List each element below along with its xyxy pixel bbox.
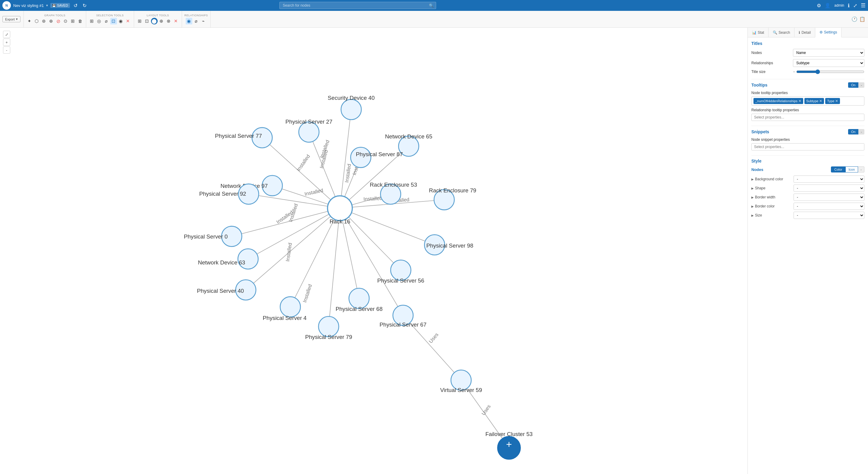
node-snippet-input[interactable]: [751, 143, 864, 150]
layout-tool-1[interactable]: ⊞: [136, 18, 143, 24]
graph-tool-2[interactable]: ⬡: [33, 18, 40, 24]
svg-line-16: [340, 208, 401, 270]
tooltips-toggle: On -: [848, 82, 864, 88]
title-size-label: Title size: [751, 70, 790, 74]
nodes-label: Nodes: [751, 51, 790, 55]
tag-num-hidden-close[interactable]: ✕: [798, 99, 801, 103]
svg-text:Rack Enclosure 53: Rack Enclosure 53: [370, 181, 417, 188]
graph-tools-buttons: ✦ ⬡ ⊛ ⊕ ⊘ ⊙ ⊞ 🗑: [26, 18, 84, 24]
tag-type: Type ✕: [825, 98, 840, 104]
border-width-select[interactable]: -: [794, 194, 864, 201]
rel-tool-1[interactable]: ◉: [186, 18, 192, 24]
tab-settings[interactable]: ⚙ Settings: [815, 28, 841, 37]
icon-button[interactable]: Icon: [846, 167, 858, 173]
graph-tool-3[interactable]: ⊛: [41, 18, 47, 24]
menu-icon[interactable]: ☰: [861, 2, 866, 9]
sel-tool-2[interactable]: ◎: [96, 18, 102, 24]
selection-tools-buttons: ⊞ ◎ ⌀ ⊡ ◉ ✕: [89, 18, 131, 24]
tooltips-header-row: Tooltips On -: [751, 82, 864, 88]
title-size-slider[interactable]: [796, 69, 864, 74]
sel-tool-3[interactable]: ⌀: [103, 18, 110, 24]
svg-text:Installed: Installed: [296, 153, 311, 172]
tab-stat[interactable]: 📊 Stat: [748, 28, 769, 37]
right-panel: 📊 Stat 🔍 Search ℹ Detail ⚙ Settings Titl…: [747, 28, 868, 474]
history-button[interactable]: 🕐: [851, 16, 858, 23]
zoom-in-button[interactable]: +: [3, 38, 10, 46]
color-button[interactable]: Color: [831, 167, 845, 173]
bg-color-row: ▶ Background color -: [751, 176, 864, 183]
svg-text:Physical Server 0: Physical Server 0: [184, 233, 227, 240]
tooltips-on-button[interactable]: On: [848, 82, 859, 88]
sel-tool-6[interactable]: ✕: [125, 18, 131, 24]
border-color-select[interactable]: -: [794, 203, 864, 210]
undo-button[interactable]: ↺: [72, 2, 79, 9]
svg-line-0: [340, 110, 351, 208]
svg-text:Physical Server 92: Physical Server 92: [199, 190, 246, 197]
fullscreen-button[interactable]: ⤢: [3, 31, 10, 38]
node-tooltip-tags: _numOfHiddenRelationships ✕ Subtype ✕ Ty…: [751, 96, 864, 106]
tag-subtype-close[interactable]: ✕: [819, 99, 822, 103]
redo-button[interactable]: ↻: [82, 2, 88, 9]
bg-color-select[interactable]: -: [794, 176, 864, 183]
titles-section: Titles Nodes Name Relationships Subtype …: [751, 41, 864, 74]
nodes-row: Nodes Name: [751, 49, 864, 57]
rel-tooltip-row: Relationship tooltip properties: [751, 108, 864, 121]
selection-tools-section: SELECTION TOOLS ⊞ ◎ ⌀ ⊡ ◉ ✕: [86, 11, 134, 27]
rel-tool-2[interactable]: ⌀: [193, 18, 199, 24]
export-button[interactable]: Export ▾: [2, 16, 21, 22]
graph-tool-6[interactable]: ⊙: [62, 18, 69, 24]
tab-detail[interactable]: ℹ Detail: [795, 28, 815, 37]
nodes-select[interactable]: Name: [793, 49, 864, 57]
expand-icon[interactable]: ⤢: [853, 3, 857, 8]
layout-tool-2[interactable]: ⊡: [144, 18, 150, 24]
svg-point-40: [299, 122, 319, 142]
help-icon[interactable]: ℹ: [848, 3, 849, 8]
tag-subtype: Subtype ✕: [804, 98, 824, 104]
user-icon[interactable]: 👤: [825, 3, 831, 8]
layout-tool-6[interactable]: ✕: [173, 18, 179, 24]
search-input[interactable]: [279, 2, 436, 9]
settings-icon[interactable]: ⚙: [817, 3, 821, 8]
title-caret[interactable]: ▾: [46, 3, 48, 7]
search-tab-label: Search: [778, 30, 790, 35]
shape-select[interactable]: -: [794, 184, 864, 192]
graph-canvas[interactable]: ⤢ + -: [0, 28, 747, 474]
graph-tool-1[interactable]: ✦: [26, 18, 33, 24]
rel-tool-3[interactable]: ⌁: [200, 18, 207, 24]
svg-text:Security Device 40: Security Device 40: [328, 95, 375, 101]
zoom-out-button[interactable]: -: [3, 47, 10, 54]
settings-tab-label: Settings: [824, 30, 837, 34]
size-select[interactable]: -: [794, 212, 864, 219]
rel-tooltip-label: Relationship tooltip properties: [751, 108, 864, 112]
layout-tool-3[interactable]: ⬤: [151, 18, 158, 24]
border-color-row: ▶ Border color -: [751, 203, 864, 210]
graph-tool-delete[interactable]: 🗑: [77, 18, 84, 24]
graph-tool-5[interactable]: ⊘: [55, 18, 62, 24]
tag-subtype-text: Subtype: [806, 99, 818, 103]
relationships-select[interactable]: Subtype: [793, 59, 864, 67]
tag-type-close[interactable]: ✕: [835, 99, 838, 103]
layout-tool-5[interactable]: ⊗: [165, 18, 172, 24]
relationships-label: RELATIONSHIPS: [184, 14, 208, 17]
style-dash-button[interactable]: -: [858, 167, 864, 173]
graph-tool-4[interactable]: ⊕: [48, 18, 55, 24]
divider-1: [751, 79, 864, 79]
sel-tool-1[interactable]: ⊞: [89, 18, 95, 24]
snippets-dash-button[interactable]: -: [858, 129, 864, 135]
export-label: Export: [5, 18, 15, 21]
graph-tool-7[interactable]: ⊞: [70, 18, 76, 24]
layout-tool-4[interactable]: ⊕: [158, 18, 165, 24]
toolbar: Export ▾ GRAPH TOOLS ✦ ⬡ ⊛ ⊕ ⊘ ⊙ ⊞ 🗑 SEL…: [0, 11, 868, 28]
relationships-buttons: ◉ ⌀ ⌁: [186, 18, 207, 24]
svg-text:Installed: Installed: [302, 284, 313, 303]
rel-tooltip-input[interactable]: [751, 114, 864, 121]
nodes[interactable]: Rack 16 Security Device 40 Physical Serv…: [184, 95, 532, 459]
sel-tool-4[interactable]: ⊡: [110, 18, 117, 24]
snippets-on-button[interactable]: On: [848, 129, 859, 135]
sel-tool-5[interactable]: ◉: [118, 18, 124, 24]
main-layout: ⤢ + -: [0, 28, 868, 474]
tab-search[interactable]: 🔍 Search: [769, 28, 795, 37]
list-button[interactable]: 📋: [859, 16, 866, 23]
tooltips-dash-button[interactable]: -: [858, 82, 864, 88]
border-width-label: ▶ Border width: [751, 195, 794, 199]
